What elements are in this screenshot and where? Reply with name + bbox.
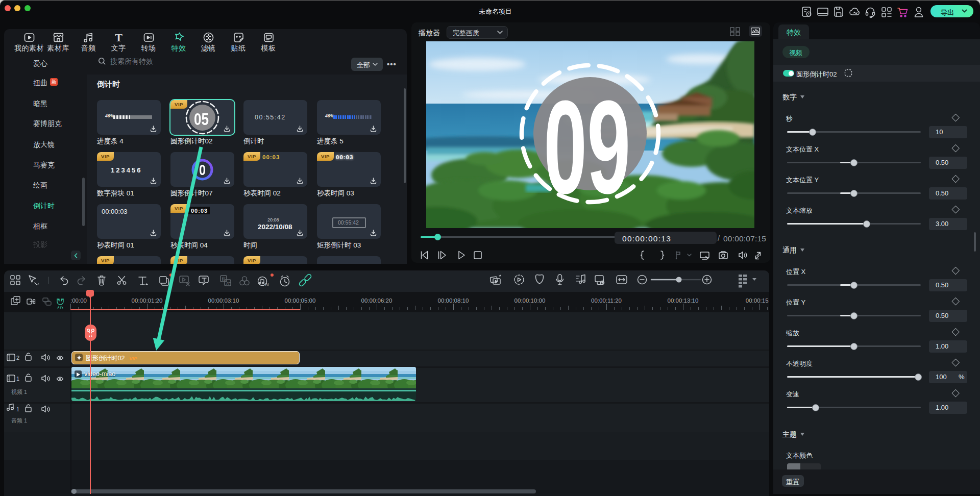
svg-text:A: A [226, 281, 229, 286]
svg-text:1: 1 [16, 406, 19, 412]
svg-text:2: 2 [16, 355, 19, 361]
svg-text:T: T [115, 32, 122, 43]
svg-text:1: 1 [16, 376, 19, 382]
svg-text:文: 文 [222, 277, 226, 281]
svg-text:AI: AI [265, 283, 269, 286]
